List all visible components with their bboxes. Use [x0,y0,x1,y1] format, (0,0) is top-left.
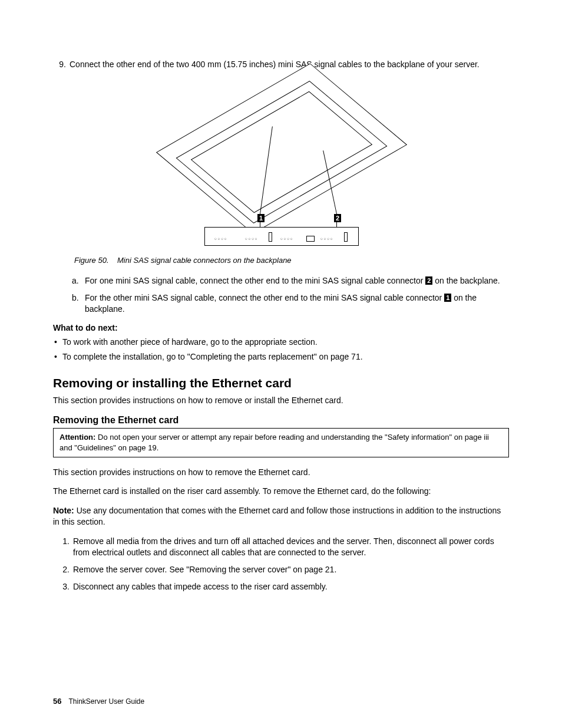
removing-step-1: 1.Remove all media from the drives and t… [73,536,509,558]
what-next-heading: What to do next: [53,323,118,332]
step-1-text: Remove all media from the drives and tur… [73,536,494,557]
step-9-text: Connect the other end of the two 400 mm … [70,60,480,69]
figure-label: Figure 50. [74,256,109,265]
backplane-strip: ○○○○ ○○○○ ○○○○ ○○○○ [204,227,359,246]
page: 9.Connect the other end of the two 400 m… [0,0,562,728]
server-backplane-diagram: 1 2 ○○○○ ○○○○ ○○○○ ○○○○ [181,81,381,246]
figure-50-caption: Figure 50. Mini SAS signal cable connect… [74,256,509,265]
main-step-list: 9.Connect the other end of the two 400 m… [53,59,509,70]
section-heading-ethernet: Removing or installing the Ethernet card [53,376,509,390]
subsection-heading-removing: Removing the Ethernet card [53,415,509,426]
section-intro: This section provides instructions on ho… [53,395,509,406]
what-next-list: To work with another piece of hardware, … [53,336,509,363]
note-label: Note: [53,506,74,515]
footer-title: ThinkServer User Guide [68,697,144,706]
removing-steps: 1.Remove all media from the drives and t… [53,536,509,592]
attention-text: Do not open your server or attempt any r… [59,433,489,452]
note-paragraph: Note: Use any documentation that comes w… [53,505,509,528]
note-text: Use any documentation that comes with th… [53,506,501,526]
figure-50: 1 2 ○○○○ ○○○○ ○○○○ ○○○○ [53,81,509,248]
page-footer: 56ThinkServer User Guide [53,697,144,706]
substep-a-post: on the backplane. [432,276,500,285]
what-next-item-2: To complete the installation, go to "Com… [62,351,509,363]
figure-caption-text: Mini SAS signal cable connectors on the … [117,256,292,265]
removing-step-2: 2.Remove the server cover. See "Removing… [73,564,509,575]
callout-1-label: 1 [257,214,265,222]
step-3-text: Disconnect any cables that impede access… [73,582,328,591]
removing-step-3: 3.Disconnect any cables that impede acce… [73,581,509,592]
attention-box: Attention: Do not open your server or at… [53,428,509,457]
substep-list: a.For one mini SAS signal cable, connect… [53,275,509,315]
step-3-number: 3. [60,581,73,592]
substep-a: a.For one mini SAS signal cable, connect… [85,275,509,286]
substep-a-pre: For one mini SAS signal cable, connect t… [85,276,425,285]
substep-a-letter: a. [72,275,85,286]
removing-lead: The Ethernet card is installed on the ri… [53,486,509,497]
callout-2-label: 2 [334,214,341,222]
substep-b: b.For the other mini SAS signal cable, c… [85,292,509,315]
attention-label: Attention: [59,433,95,442]
page-number: 56 [53,697,61,706]
what-to-do-next: What to do next: To work with another pi… [53,323,509,363]
inline-callout-1: 1 [444,294,451,302]
step-1-number: 1. [60,536,73,547]
step-2-text: Remove the server cover. See "Removing t… [73,565,336,574]
substep-b-letter: b. [72,292,85,304]
step-9: 9.Connect the other end of the two 400 m… [70,59,509,70]
what-next-item-1: To work with another piece of hardware, … [62,336,509,348]
inline-callout-2: 2 [425,276,432,285]
removing-intro: This section provides instructions on ho… [53,467,509,478]
step-9-number: 9. [57,59,70,70]
step-2-number: 2. [60,564,73,575]
substep-b-pre: For the other mini SAS signal cable, con… [85,293,444,302]
